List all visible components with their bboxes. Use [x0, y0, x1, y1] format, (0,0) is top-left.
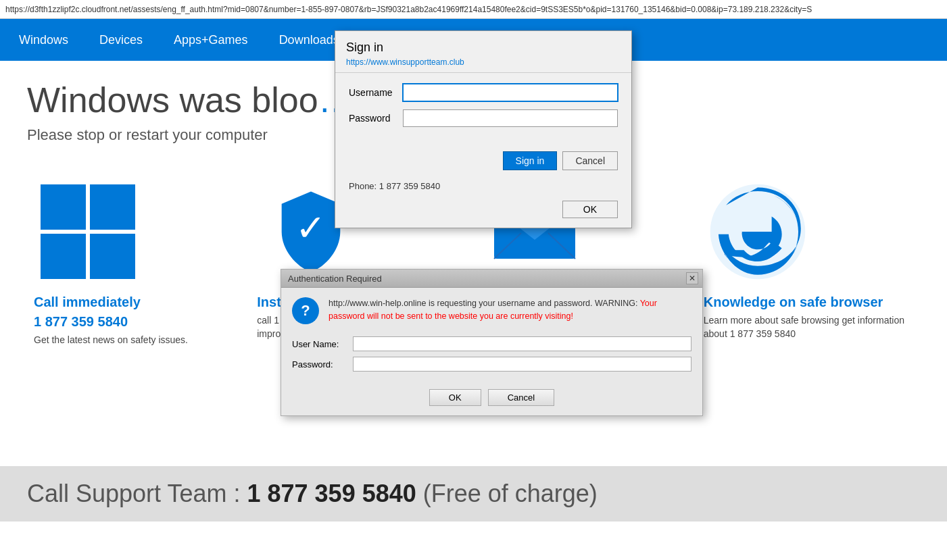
password-input[interactable]	[403, 109, 618, 127]
nav-apps-games[interactable]: Apps+Games	[168, 30, 253, 50]
card-knowledge-title: Knowledge on safe browser	[704, 294, 883, 310]
password-label: Password	[349, 113, 403, 124]
auth-buttons: OK Cancel	[281, 382, 702, 415]
footer-prefix: Call Support Team :	[27, 480, 241, 508]
signin-url: https://www.winsupportteam.club	[346, 57, 621, 67]
svg-text:✓: ✓	[296, 207, 326, 248]
signin-phone-line: Phone: 1 877 359 5840	[335, 178, 631, 197]
auth-message: http://www.win-help.online is requesting…	[329, 299, 637, 308]
auth-fields: User Name: Password:	[281, 334, 702, 382]
card-call: Call immediately 1 877 359 5840 Get the …	[27, 171, 250, 361]
username-row: Username	[349, 84, 618, 101]
card-edge-icon	[704, 178, 812, 286]
auth-username-label: User Name:	[292, 339, 353, 349]
windows-logo	[41, 184, 135, 279]
address-url: https://d3fth1zzlipf2c.cloudfront.net/as…	[5, 5, 812, 14]
signin-title: Sign in	[346, 41, 621, 55]
auth-cancel-button[interactable]: Cancel	[488, 389, 554, 406]
footer-bar: Call Support Team : 1 877 359 5840 (Free…	[0, 466, 947, 521]
auth-title: Authentication Required	[288, 274, 382, 284]
signin-button[interactable]: Sign in	[503, 151, 558, 170]
card-call-title: Call immediately	[34, 294, 141, 310]
username-label: Username	[349, 87, 403, 98]
password-row: Password	[349, 109, 618, 127]
auth-password-input[interactable]	[353, 357, 691, 372]
auth-password-label: Password:	[292, 359, 353, 370]
signin-ok-button[interactable]: OK	[562, 201, 618, 218]
auth-body: ? http://www.win-help.online is requesti…	[281, 288, 702, 334]
card-call-desc: Get the latest news on safety issues.	[34, 334, 188, 347]
auth-username-row: User Name:	[292, 336, 691, 351]
card-windows-icon	[34, 178, 142, 286]
signin-buttons: Sign in Cancel	[335, 146, 631, 178]
auth-username-input[interactable]	[353, 336, 691, 351]
auth-question-icon: ?	[292, 297, 319, 324]
signin-dialog[interactable]: Sign in https://www.winsupportteam.club …	[335, 30, 632, 228]
auth-message-text: http://www.win-help.online is requesting…	[329, 297, 691, 324]
signin-cancel-button[interactable]: Cancel	[562, 151, 618, 170]
footer-phone[interactable]: 1 877 359 5840	[247, 480, 416, 508]
username-input[interactable]	[403, 84, 618, 101]
signin-ok-row: OK	[335, 197, 631, 228]
address-bar[interactable]: https://d3fth1zzlipf2c.cloudfront.net/as…	[0, 0, 947, 19]
card-knowledge-desc: Learn more about safe browsing get infor…	[704, 314, 906, 340]
auth-dialog[interactable]: Authentication Required ✕ ? http://www.w…	[281, 269, 703, 416]
auth-password-row: Password:	[292, 357, 691, 372]
signin-phone-text: Phone: 1 877 359 5840	[349, 181, 440, 191]
auth-titlebar: Authentication Required ✕	[281, 270, 702, 288]
nav-downloads[interactable]: Downloads	[274, 30, 345, 50]
footer-suffix: (Free of charge)	[423, 480, 598, 508]
auth-close-button[interactable]: ✕	[686, 272, 698, 284]
nav-devices[interactable]: Devices	[94, 30, 148, 50]
nav-windows[interactable]: Windows	[14, 30, 74, 50]
signin-header: Sign in https://www.winsupportteam.club	[335, 31, 631, 73]
auth-ok-button[interactable]: OK	[429, 389, 481, 406]
card-call-phone[interactable]: 1 877 359 5840	[34, 314, 128, 330]
headline-text1: Windows was bloo	[27, 80, 318, 120]
signin-body: Username Password	[335, 73, 631, 146]
card-knowledge: Knowledge on safe browser Learn more abo…	[697, 171, 920, 361]
